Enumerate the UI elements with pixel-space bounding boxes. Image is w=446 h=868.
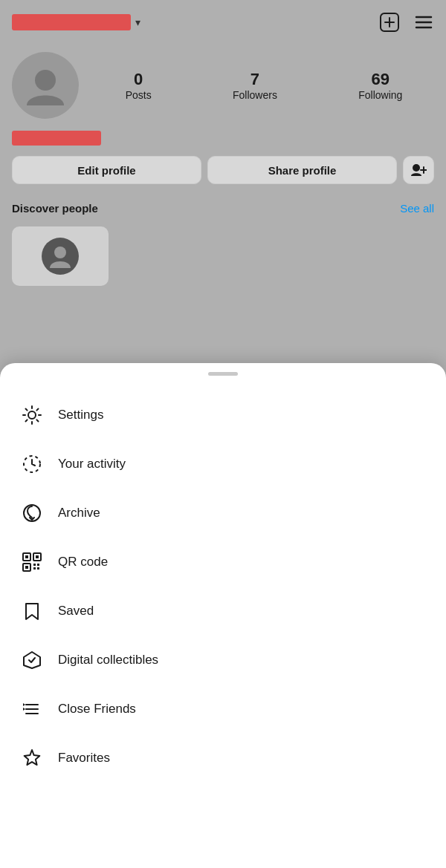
svg-point-6 (35, 70, 56, 91)
discover-label: Discover people (12, 202, 98, 215)
followers-count: 7 (251, 70, 259, 89)
see-all-link[interactable]: See all (400, 202, 434, 215)
archive-label: Archive (58, 506, 100, 521)
close-friends-label: Close Friends (58, 702, 136, 717)
action-buttons: Edit profile Share profile (0, 156, 446, 196)
add-friend-button[interactable] (403, 156, 434, 184)
posts-stat[interactable]: 0 Posts (126, 70, 152, 101)
profile-background: ▾ (0, 0, 446, 386)
edit-profile-button[interactable]: Edit profile (12, 156, 201, 184)
svg-rect-18 (36, 555, 39, 558)
following-label: Following (358, 89, 402, 101)
svg-point-11 (28, 411, 36, 419)
qr-label: QR code (58, 555, 108, 570)
profile-section: 0 Posts 7 Followers 69 Following (0, 45, 446, 131)
settings-icon (21, 404, 43, 426)
sheet-handle (208, 372, 238, 376)
posts-label: Posts (126, 89, 152, 101)
collectibles-icon (21, 649, 43, 671)
bottom-sheet: Settings Your activity Archive (0, 363, 446, 868)
avatar[interactable] (12, 52, 79, 119)
top-navigation: ▾ (0, 0, 446, 45)
collectibles-label: Digital collectibles (58, 653, 158, 668)
svg-marker-27 (23, 703, 25, 706)
person-avatar (42, 238, 79, 275)
followers-label: Followers (233, 89, 277, 101)
following-stat[interactable]: 69 Following (358, 70, 402, 101)
menu-item-archive[interactable]: Archive (0, 489, 446, 538)
hamburger-icon[interactable] (413, 12, 434, 33)
discover-row: Discover people See all (0, 196, 446, 221)
nav-icons (379, 12, 434, 33)
svg-rect-17 (25, 555, 28, 558)
svg-rect-19 (25, 566, 28, 569)
svg-rect-23 (37, 567, 39, 570)
menu-item-activity[interactable]: Your activity (0, 440, 446, 489)
saved-icon (21, 600, 43, 622)
svg-marker-28 (23, 708, 25, 711)
stats-area: 0 Posts 7 Followers 69 Following (94, 70, 434, 101)
person-card[interactable] (12, 226, 109, 286)
menu-item-favorites[interactable]: Favorites (0, 734, 446, 783)
activity-label: Your activity (58, 457, 126, 471)
favorites-icon (21, 747, 43, 769)
menu-item-collectibles[interactable]: Digital collectibles (0, 636, 446, 685)
display-name-redacted (12, 131, 101, 146)
svg-point-7 (413, 164, 420, 172)
display-name-area (0, 131, 446, 156)
settings-label: Settings (58, 408, 103, 422)
saved-label: Saved (58, 604, 94, 619)
qr-icon (21, 551, 43, 573)
svg-rect-21 (37, 564, 39, 566)
favorites-label: Favorites (58, 751, 110, 766)
activity-icon (21, 453, 43, 475)
followers-stat[interactable]: 7 Followers (233, 70, 277, 101)
posts-count: 0 (134, 70, 143, 89)
people-preview (0, 221, 446, 286)
chevron-down-icon: ▾ (135, 16, 140, 28)
menu-item-settings[interactable]: Settings (0, 391, 446, 440)
username-redacted (12, 14, 131, 30)
menu-item-qrcode[interactable]: QR code (0, 538, 446, 587)
svg-point-10 (54, 247, 66, 258)
username-area[interactable]: ▾ (12, 14, 140, 30)
menu-item-saved[interactable]: Saved (0, 587, 446, 636)
share-profile-button[interactable]: Share profile (207, 156, 397, 184)
menu-item-close-friends[interactable]: Close Friends (0, 685, 446, 734)
new-post-icon[interactable] (379, 12, 400, 33)
svg-rect-20 (33, 564, 36, 566)
following-count: 69 (372, 70, 390, 89)
archive-icon (21, 502, 43, 524)
close-friends-icon (21, 698, 43, 720)
svg-rect-22 (33, 567, 36, 570)
